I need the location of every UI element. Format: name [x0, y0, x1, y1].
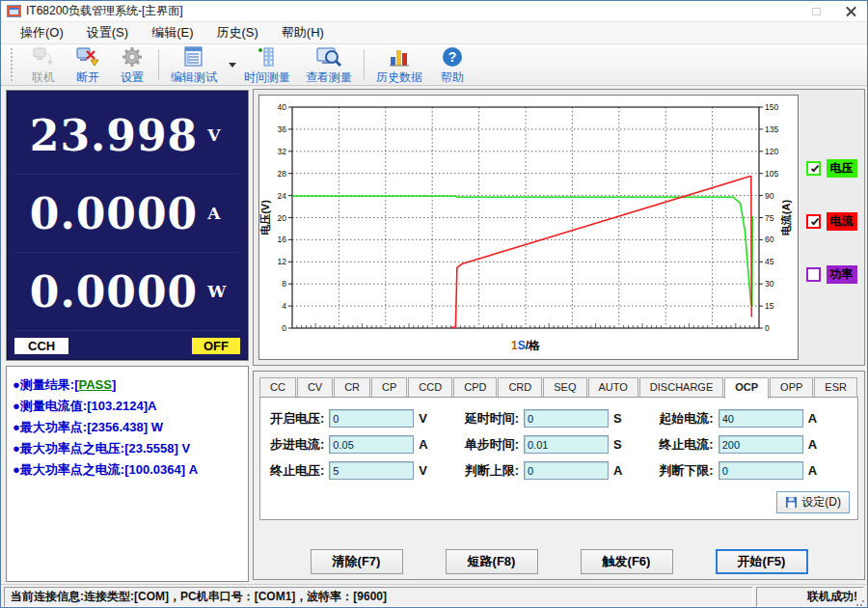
resize-grip[interactable] [854, 596, 866, 608]
tab-cpd[interactable]: CPD [453, 377, 497, 398]
toolbar-separator [158, 49, 159, 80]
current-value: 0.0000 [30, 189, 198, 238]
field-label: 判断下限: [659, 462, 713, 480]
toolbar-help-button[interactable]: ?帮助 [430, 44, 475, 85]
test-settings-panel: CCCVCRCPCCDCPDCRDSEQAUTODISCHARGEOCPOPPE… [253, 371, 865, 580]
set-button[interactable]: 设定(D) [776, 491, 850, 513]
tab-cc[interactable]: CC [259, 377, 296, 398]
tab-ccd[interactable]: CCD [408, 377, 452, 398]
toolbar-label: 时间测量 [244, 69, 290, 86]
tab-auto[interactable]: AUTO [588, 377, 638, 398]
menu-item-1[interactable]: 设置(S) [75, 22, 140, 43]
field-8: 判断下限:A [659, 461, 848, 480]
toolbar-label: 联机 [32, 69, 55, 86]
toolbar-history-button[interactable]: 历史数据 [368, 44, 430, 85]
edit-test-icon [181, 45, 206, 69]
toolbar-connect-button[interactable]: 联机 [21, 44, 66, 85]
result-line: ●测量电流值:[103.2124]A [13, 396, 242, 417]
voltage-unit: V [207, 125, 225, 145]
legend-checkbox-2[interactable] [806, 267, 821, 282]
field-5: 终止电流:A [659, 435, 848, 454]
measurement-results-panel: ●测量结果:[PASS]●测量电流值:[103.2124]A●最大功率点:[23… [6, 366, 249, 582]
field-input-6[interactable] [329, 461, 414, 480]
pass-badge: PASS [79, 377, 112, 392]
current-row: 0.0000 A [14, 175, 240, 253]
field-input-8[interactable] [719, 461, 803, 480]
svg-text:150: 150 [765, 102, 778, 112]
field-label: 单步时间: [465, 436, 519, 454]
toolbar-grip [11, 48, 15, 81]
menu-item-4[interactable]: 帮助(H) [270, 22, 336, 43]
toolbar-view-measure-button[interactable]: 查看测量 [298, 44, 360, 85]
help-icon: ? [441, 45, 464, 69]
svg-text:75: 75 [765, 213, 774, 223]
check-icon [810, 217, 818, 226]
tab-cv[interactable]: CV [297, 377, 333, 398]
action-button-trigger[interactable]: 触发(F6) [581, 549, 673, 574]
tab-cp[interactable]: CP [371, 377, 407, 398]
legend-checkbox-1[interactable] [806, 214, 821, 229]
tab-cr[interactable]: CR [334, 377, 370, 398]
toolbar-edit-test-button[interactable]: 编辑测试 [163, 44, 225, 85]
app-window: IT68200负载管理系统-[主界面] 操作(O)设置(S)编辑(E)历史(S)… [0, 0, 868, 608]
voltage-row: 23.998 V [14, 97, 240, 175]
field-input-2[interactable] [719, 409, 803, 428]
window-title: IT68200负载管理系统-[主界面] [26, 3, 183, 19]
menu-bar: 操作(O)设置(S)编辑(E)历史(S)帮助(H) [1, 22, 867, 44]
svg-text:120: 120 [765, 147, 778, 156]
measurement-display: 23.998 V 0.0000 A 0.0000 W CCH OFF [6, 90, 249, 361]
svg-text:4: 4 [282, 301, 286, 311]
action-button-start[interactable]: 开始(F5) [716, 549, 808, 574]
field-unit: V [419, 463, 427, 478]
svg-text:0: 0 [765, 323, 770, 333]
tab-opp[interactable]: OPP [770, 377, 813, 398]
restore-button[interactable] [805, 4, 827, 19]
field-input-3[interactable] [329, 435, 414, 454]
toolbar-label: 历史数据 [376, 69, 422, 86]
legend-label: 电流 [827, 212, 857, 231]
svg-text:电流(A): 电流(A) [780, 200, 792, 236]
svg-text:90: 90 [765, 191, 774, 201]
toolbar-label: 断开 [76, 69, 99, 86]
tab-ocp[interactable]: OCP [724, 377, 769, 399]
svg-text:20: 20 [278, 213, 287, 223]
voltage-value: 23.998 [30, 111, 198, 160]
field-input-4[interactable] [524, 435, 609, 454]
svg-text:105: 105 [765, 169, 778, 179]
field-2: 起始电流:A [659, 409, 848, 428]
close-button[interactable] [840, 4, 861, 19]
tab-crd[interactable]: CRD [498, 377, 542, 398]
field-6: 终止电压:V [270, 461, 459, 480]
action-button-clear[interactable]: 清除(F7) [311, 549, 403, 574]
view-measure-icon [315, 45, 342, 69]
menu-item-0[interactable]: 操作(O) [9, 22, 75, 43]
action-button-short[interactable]: 短路(F8) [446, 549, 538, 574]
ocp-tab-content: 开启电压:V延时时间:S起始电流:A步进电流:A单步时间:S终止电流:A终止电压… [259, 397, 858, 520]
chart-legend: 电压电流功率 [799, 90, 864, 365]
toolbar-time-measure-button[interactable]: 时间测量 [236, 44, 298, 85]
tab-discharge[interactable]: DISCHARGE [639, 377, 723, 398]
svg-text:?: ? [448, 49, 457, 65]
tab-esr[interactable]: ESR [814, 377, 857, 398]
toolbar-disconnect-button[interactable]: 断开 [66, 44, 110, 85]
field-input-5[interactable] [719, 435, 803, 454]
power-row: 0.0000 W [14, 253, 240, 331]
legend-label: 功率 [827, 265, 857, 284]
legend-label: 电压 [827, 159, 857, 178]
legend-checkbox-0[interactable] [806, 161, 821, 176]
menu-item-3[interactable]: 历史(S) [204, 22, 269, 43]
history-icon [388, 45, 411, 69]
field-unit: A [808, 463, 817, 478]
dropdown-caret-icon[interactable] [229, 63, 236, 68]
mode-badge: CCH [14, 338, 68, 354]
tab-seq[interactable]: SEQ [543, 377, 586, 398]
menu-item-2[interactable]: 编辑(E) [140, 22, 204, 43]
field-input-0[interactable] [329, 409, 414, 428]
field-input-1[interactable] [524, 409, 609, 428]
power-unit: W [207, 282, 225, 301]
field-input-7[interactable] [524, 461, 609, 480]
svg-text:30: 30 [765, 279, 774, 289]
svg-text:8: 8 [282, 279, 286, 289]
toolbar-gear-button[interactable]: 设置 [110, 44, 154, 85]
result-line: ●最大功率点:[2356.438] W [13, 417, 242, 438]
